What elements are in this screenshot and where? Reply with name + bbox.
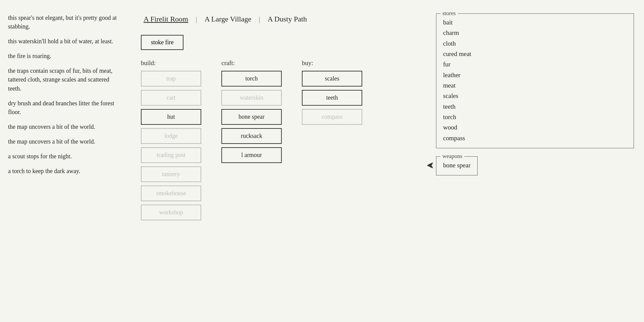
- craft-btn-torch[interactable]: torch: [221, 71, 282, 87]
- nav-tabs: A Firelit Room | A Large Village | A Dus…: [141, 13, 416, 25]
- buy-label: buy:: [302, 59, 362, 67]
- craft-btn-rucksack[interactable]: rucksack: [221, 128, 282, 144]
- log-message: the map uncovers a bit of the world.: [8, 137, 123, 146]
- weapons-wrapper: ⮜ weapons bone spear: [436, 156, 478, 175]
- store-item-bait: bait: [443, 17, 627, 28]
- craft-btn-waterskin: waterskin: [221, 90, 282, 106]
- tab-large-village[interactable]: A Large Village: [202, 13, 254, 25]
- log-message: the fire is roaring.: [8, 52, 123, 60]
- store-item-wood: wood: [443, 122, 627, 132]
- log-message: this spear's not elegant, but it's prett…: [8, 13, 123, 31]
- nav-separator-2: |: [259, 15, 260, 23]
- nav-separator-1: |: [196, 15, 197, 23]
- page-layout: this spear's not elegant, but it's prett…: [0, 0, 644, 322]
- craft-btn-l-armour[interactable]: l armour: [221, 147, 282, 163]
- weapon-item-bone-spear: bone spear: [443, 160, 471, 170]
- main-panel: A Firelit Room | A Large Village | A Dus…: [131, 7, 426, 315]
- buy-btn-teeth[interactable]: teeth: [302, 90, 362, 106]
- stores-legend: stores: [440, 10, 458, 17]
- buy-btn-scales[interactable]: scales: [302, 71, 362, 87]
- weapons-box: weapons bone spear: [436, 156, 478, 175]
- log-message: the map uncovers a bit of the world.: [8, 122, 123, 131]
- store-item-scales: scales: [443, 91, 627, 101]
- columns-area: build: trapcarthutlodgetrading posttanne…: [141, 59, 416, 224]
- build-btn-hut[interactable]: hut: [141, 109, 201, 125]
- store-item-leather: leather: [443, 70, 627, 80]
- store-item-torch: torch: [443, 112, 627, 122]
- build-btn-trap: trap: [141, 71, 201, 87]
- stoke-fire-button[interactable]: stoke fire: [141, 35, 183, 50]
- store-item-charm: charm: [443, 28, 627, 38]
- cursor-icon: ⮜: [427, 162, 434, 170]
- craft-label: craft:: [221, 59, 282, 67]
- log-message: a scout stops for the night.: [8, 152, 123, 161]
- store-item-cloth: cloth: [443, 38, 627, 49]
- tab-firelit-room[interactable]: A Firelit Room: [141, 13, 191, 25]
- stores-box: stores baitcharmclothcured meatfurleathe…: [436, 13, 634, 148]
- store-item-teeth: teeth: [443, 101, 627, 112]
- build-btn-tannery: tannery: [141, 166, 201, 182]
- build-label: build:: [141, 59, 201, 67]
- log-panel: this spear's not elegant, but it's prett…: [0, 7, 131, 315]
- log-message: dry brush and dead branches litter the f…: [8, 99, 123, 116]
- build-btn-trading-post: trading post: [141, 147, 201, 163]
- store-item-meat: meat: [443, 80, 627, 91]
- log-message: the traps contain scraps of fur, bits of…: [8, 66, 123, 93]
- build-btn-cart: cart: [141, 90, 201, 106]
- log-message: this waterskin'll hold a bit of water, a…: [8, 37, 123, 46]
- store-item-cured-meat: cured meat: [443, 49, 627, 59]
- build-btn-lodge: lodge: [141, 128, 201, 144]
- craft-column: craft: torchwaterskinbone spearrucksackl…: [221, 59, 282, 224]
- buy-column: buy: scalesteethcompass: [302, 59, 362, 224]
- build-btn-smokehouse: smokehouse: [141, 185, 201, 201]
- buy-btn-compass: compass: [302, 109, 362, 125]
- build-btn-workshop: workshop: [141, 205, 201, 220]
- build-column: build: trapcarthutlodgetrading posttanne…: [141, 59, 201, 224]
- craft-btn-bone-spear[interactable]: bone spear: [221, 109, 282, 125]
- store-item-compass: compass: [443, 133, 627, 143]
- store-item-fur: fur: [443, 59, 627, 69]
- weapons-legend: weapons: [440, 153, 464, 160]
- right-panels: stores baitcharmclothcured meatfurleathe…: [426, 7, 644, 315]
- tab-dusty-path[interactable]: A Dusty Path: [265, 13, 310, 25]
- log-message: a torch to keep the dark away.: [8, 167, 123, 175]
